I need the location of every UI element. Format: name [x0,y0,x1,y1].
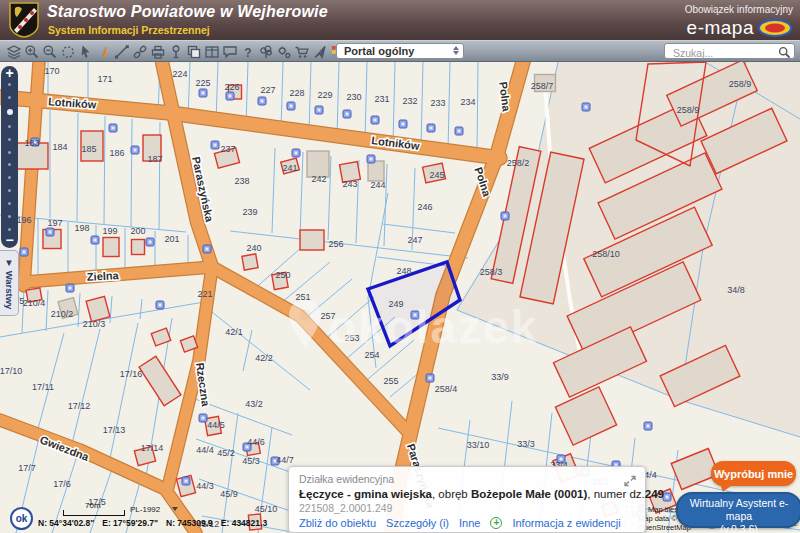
zoom-level-dot[interactable] [8,96,11,99]
map-marker-icon[interactable] [131,146,139,154]
zoom-level-dot[interactable] [8,215,11,218]
ok-button[interactable]: ok [10,507,33,530]
map-marker-icon[interactable] [399,120,407,128]
zoom-level-dot[interactable] [8,138,11,141]
zoom-level-dot[interactable] [8,125,11,128]
map-marker-icon[interactable] [182,477,190,485]
svg-text:i: i [101,45,107,60]
map-canvas[interactable]: 1701712242252262272282292302312322332342… [0,0,800,533]
map-marker-icon[interactable] [46,228,54,236]
details-link[interactable]: Szczegóły (i) [386,517,449,529]
zoom-to-object-link[interactable]: Zbliż do obiektu [299,517,376,529]
parcel-number-label: 230 [346,92,361,102]
assistant-try-button[interactable]: Wypróbuj mnie [711,461,796,486]
zoom-level-handle[interactable] [7,109,13,115]
search-icon[interactable] [778,46,791,59]
parcel-number-label: 17/11 [32,382,54,392]
zoom-in-button[interactable]: + [5,66,13,81]
zoom-level-dot[interactable] [8,83,11,86]
map-marker-icon[interactable] [644,422,652,430]
map-marker-icon[interactable] [66,284,74,292]
parcel-number-label: 258/4 [435,384,458,394]
parcel-number-label: 198 [74,223,89,233]
copy-icon[interactable] [185,43,202,60]
info-icon[interactable]: i [95,43,112,60]
map-marker-icon[interactable] [426,374,434,382]
map-marker-icon[interactable] [343,110,351,118]
map-marker-icon[interactable] [20,248,28,256]
map-marker-icon[interactable] [367,155,375,163]
layers-tab-label: ▼ Warstwy [4,257,15,309]
map-marker-icon[interactable] [287,102,295,110]
zoom-level-dot[interactable] [8,228,11,231]
map-marker-icon[interactable] [371,116,379,124]
page-subtitle: System Informacji Przestrzennej [48,24,210,36]
map-marker-icon[interactable] [292,149,300,157]
scale-bar-line [63,510,125,516]
attribution-line1: Map tiles [648,505,678,514]
map-marker-icon[interactable] [315,106,323,114]
map-marker-icon[interactable] [427,124,435,132]
privacy-link[interactable]: Obowiązek informacyjny [685,4,793,15]
zoom-level-dot[interactable] [8,151,11,154]
map-marker-icon[interactable] [146,238,154,246]
add-point-icon[interactable] [167,43,184,60]
pointer-icon[interactable] [77,43,94,60]
parcel-number-label: 33/3 [517,439,535,449]
coord-metric-n: N: 745309.9 [166,518,213,528]
map-marker-icon[interactable] [156,301,164,309]
zoom-level-dot[interactable] [8,202,11,205]
map-marker-icon[interactable] [199,89,207,97]
crs-caret-icon[interactable] [172,507,178,511]
feature-info-panel: Działka ewidencyjna Łęczyce - gmina wiej… [288,466,646,533]
virtual-assistant-button[interactable]: Wirtualny Asystent e-mapa (v.0.3.6) [676,492,800,528]
parcel-number-label: 45/10 [255,504,278,514]
map-marker-icon[interactable] [91,236,99,244]
county-crest-logo [8,2,40,38]
layers-icon[interactable] [5,43,22,60]
other-link[interactable]: Inne [459,517,480,529]
map-marker-icon[interactable] [203,245,211,253]
building [300,230,324,250]
parcel-number-label: 210/4 [23,298,46,308]
map-marker-icon[interactable] [455,127,463,135]
select-shape-icon[interactable] [59,43,76,60]
zoom-slider[interactable]: + − [1,66,18,248]
map-marker-icon[interactable] [258,97,266,105]
settings-icon[interactable] [275,43,292,60]
layers-panel-tab[interactable]: ▼ Warstwy [0,250,19,316]
cart-icon[interactable] [293,43,310,60]
map-marker-icon[interactable] [582,103,590,111]
building [368,161,384,181]
crs-select[interactable]: PL-1992 [130,505,160,514]
map-marker-icon[interactable] [226,92,234,100]
portal-select[interactable]: Portal ogólny [336,43,464,59]
register-info-link[interactable]: Informacja z ewidencji [512,517,620,529]
link-icon[interactable] [131,43,148,60]
map-marker-icon[interactable] [109,124,117,132]
map-marker-icon[interactable] [501,212,509,220]
map-marker-icon[interactable] [199,414,207,422]
tree-icon[interactable] [257,43,274,60]
navigate-icon[interactable] [311,43,328,60]
svg-text:?: ? [244,45,251,59]
add-circle-icon[interactable]: + [490,517,502,529]
map-marker-icon[interactable] [663,493,671,501]
zoom-level-dot[interactable] [8,176,11,179]
zoom-level-dot[interactable] [8,163,11,166]
zoom-in-icon[interactable] [23,43,40,60]
map-marker-icon[interactable] [211,141,219,149]
comment-icon[interactable] [221,43,238,60]
parcel-number-label: 224 [172,69,187,79]
zoom-level-track[interactable] [7,81,13,233]
help-icon[interactable]: ? [239,43,256,60]
app-window: 1701712242252262272282292302312322332342… [0,0,800,533]
zoom-out-button[interactable]: − [5,233,13,248]
split-view-icon[interactable] [203,43,220,60]
zoom-out-icon[interactable] [41,43,58,60]
print-icon[interactable] [149,43,166,60]
search-input[interactable] [671,45,775,60]
zoom-level-dot[interactable] [8,189,11,192]
measure-icon[interactable] [113,43,130,60]
expand-icon[interactable] [624,475,636,487]
